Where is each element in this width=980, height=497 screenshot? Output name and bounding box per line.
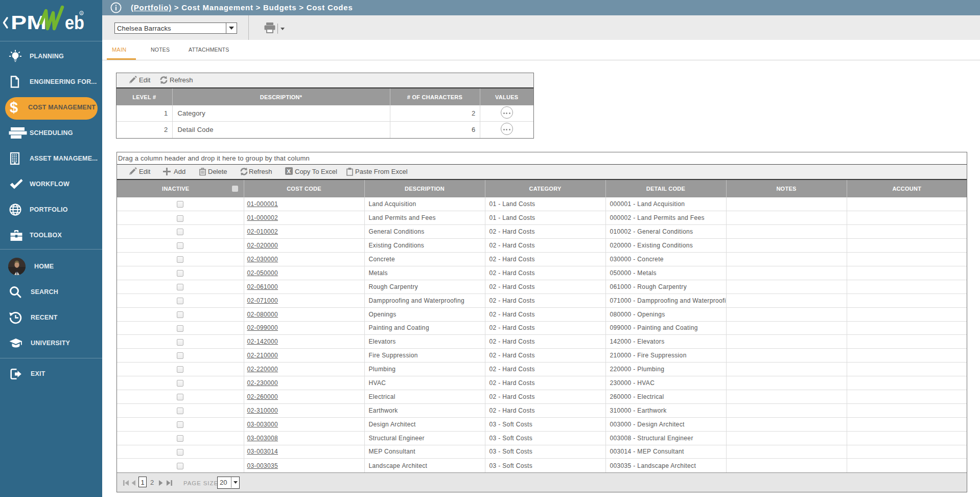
svg-text:eb: eb [65,12,84,33]
svg-text:R: R [80,12,82,15]
svg-text:X: X [287,168,291,174]
